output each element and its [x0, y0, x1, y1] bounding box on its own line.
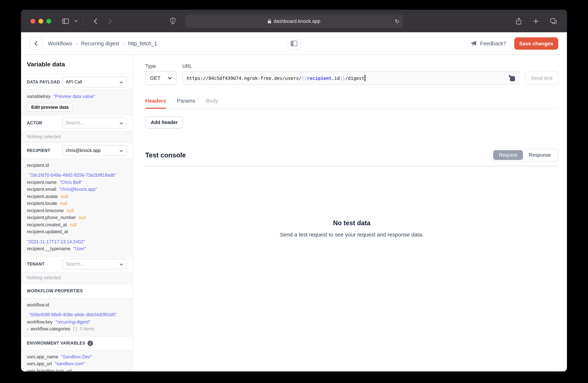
back-nav-button[interactable]	[92, 17, 99, 26]
variable-kv-row: recipient.email"chris@knock.app"	[27, 186, 127, 193]
chevron-down-icon	[120, 120, 123, 126]
url-segment: }}	[340, 75, 345, 81]
info-icon[interactable]: i	[87, 340, 93, 346]
actor-empty-text: Nothing selected	[27, 134, 127, 139]
reload-icon[interactable]: ↻	[395, 18, 399, 24]
plus-icon	[533, 18, 539, 24]
workflow-properties-label: WORKFLOW PROPERTIES	[27, 289, 83, 293]
address-url-text: dashboard.knock.app	[273, 19, 320, 24]
browser-titlebar: dashboard.knock.app ↻	[21, 10, 567, 32]
recipient-select[interactable]: chris@knock.app	[62, 145, 127, 156]
variable-value: null	[79, 214, 86, 221]
megaphone-icon	[471, 41, 477, 46]
variable-data-sidebar: Variable data DATA PAYLOAD API Call var	[21, 55, 133, 371]
variable-key: workflow.id	[27, 302, 49, 309]
http-fetch-config-panel: Type GET URL https://84c5df439d74.ngrok-…	[133, 55, 567, 371]
variable-key: recipient.name	[27, 179, 57, 186]
zoom-window-button[interactable]	[46, 19, 51, 23]
breadcrumb-separator: ›	[123, 41, 125, 46]
variable-suffix: 0 items	[80, 326, 95, 333]
sidebar-menu-chevron[interactable]	[73, 19, 79, 24]
tab-overview-button[interactable]	[549, 17, 558, 25]
expand-editor-button[interactable]	[508, 74, 516, 82]
variable-key: recipient.email	[27, 186, 56, 193]
variable-kv-row: vars.app_name"Sandbox-Dev"	[27, 353, 127, 361]
url-segment: recipient	[307, 75, 331, 81]
empty-state: No test data Send a test request to see …	[145, 219, 558, 238]
variable-kv-row: recipient.__typename"User"	[27, 246, 127, 253]
empty-state-title: No test data	[145, 219, 558, 227]
variable-kv-row: workflow.id"006e938f-98e6-408e-a9de-dbb0…	[27, 302, 127, 319]
traffic-lights	[30, 19, 51, 23]
recipient-label: RECIPIENT	[27, 148, 50, 153]
request-tabs: HeadersParamsBody	[145, 98, 558, 109]
variable-key: recipient.timezone	[27, 207, 64, 214]
variable-value: null	[70, 221, 77, 229]
send-test-button[interactable]: Send test	[525, 71, 558, 85]
forward-nav-button[interactable]	[107, 17, 113, 26]
expand-caret-icon[interactable]: ›	[27, 326, 28, 333]
test-console-title: Test console	[145, 151, 186, 159]
variable-value: "006e938f-98e6-408e-a9de-dbb04d0f83d5"	[27, 311, 127, 319]
chevron-right-icon	[108, 18, 112, 24]
toolbar-separator	[83, 16, 84, 26]
type-label: Type	[145, 63, 176, 69]
variable-value: "User"	[73, 246, 86, 253]
http-method-select[interactable]: GET	[145, 71, 176, 85]
url-segment: .id	[332, 75, 340, 81]
preview-key: variableKey	[27, 93, 51, 100]
back-button[interactable]	[30, 37, 42, 50]
actor-row: ACTOR Search...	[21, 115, 133, 131]
data-payload-selected-value: API Call	[66, 79, 82, 84]
variable-kv-row: ›workflow.categories[ ]0 items	[27, 326, 127, 333]
tab-body[interactable]: Body	[206, 98, 218, 108]
chevron-down-icon	[120, 148, 123, 153]
feedback-button[interactable]: Feedback?	[471, 40, 506, 46]
panel-toggle-button[interactable]	[288, 37, 300, 50]
browser-sidebar-button[interactable]	[61, 17, 70, 25]
env-fields-section: vars.app_name"Sandbox-Dev"vars.app_url"s…	[21, 350, 133, 371]
actor-select[interactable]: Search...	[62, 117, 127, 128]
tenant-select[interactable]: Search...	[62, 259, 127, 269]
url-segment: https://84c5df439d74.ngrok-free.dev/user…	[187, 75, 301, 81]
segment-request[interactable]: Request	[493, 150, 523, 160]
segment-response[interactable]: Response	[523, 150, 557, 160]
variable-kv-row: recipient.localenull	[27, 200, 127, 207]
minimize-window-button[interactable]	[39, 19, 43, 23]
privacy-shield-icon[interactable]	[170, 18, 176, 26]
tenant-row: TENANT Search...	[21, 256, 133, 272]
share-button[interactable]	[515, 16, 523, 26]
tab-params[interactable]: Params	[177, 98, 195, 108]
variable-key: recipient.created_at	[27, 221, 67, 229]
breadcrumb-item[interactable]: Recurring digest	[81, 40, 119, 46]
url-input[interactable]: https://84c5df439d74.ngrok-free.dev/user…	[182, 71, 519, 85]
breadcrumb-item[interactable]: Workflows	[48, 40, 72, 46]
url-segment: /digest	[345, 75, 364, 81]
close-window-button[interactable]	[30, 19, 35, 23]
variable-key: recipient.id	[27, 162, 49, 169]
type-field: Type GET	[145, 63, 176, 85]
app-header: Workflows›Recurring digest›http_fetch_1	[21, 32, 567, 55]
expand-icon	[508, 74, 516, 82]
tabs-icon	[550, 18, 557, 24]
edit-preview-data-button[interactable]: Edit preview data	[27, 103, 73, 112]
new-tab-button[interactable]	[532, 17, 540, 25]
variable-key: vars.app_url	[27, 361, 52, 368]
panel-layout-icon	[291, 40, 297, 46]
variable-kv-row: vars.app_url"sandbox.com"	[27, 361, 127, 368]
recipient-selected-value: chris@knock.app	[66, 148, 101, 153]
data-payload-select[interactable]: API Call	[62, 76, 127, 87]
variable-kv-row: recipient.created_atnull	[27, 221, 127, 229]
save-changes-button[interactable]: Save changes	[514, 37, 558, 50]
variable-key: recipient.__typename	[27, 246, 70, 253]
add-header-button[interactable]: Add header	[145, 116, 183, 128]
variable-kv-row: recipient.phone_numbernull	[27, 214, 127, 221]
variable-value: "recurring-digest"	[56, 319, 90, 326]
address-bar[interactable]: dashboard.knock.app ↻	[185, 15, 403, 28]
tab-headers[interactable]: Headers	[145, 98, 166, 108]
actor-label: ACTOR	[27, 121, 42, 125]
variable-value: "chris@knock.app"	[59, 186, 97, 193]
variable-key: workflow.key	[27, 319, 53, 326]
browser-window: dashboard.knock.app ↻	[21, 10, 567, 371]
breadcrumb-item[interactable]: http_fetch_1	[128, 40, 157, 46]
